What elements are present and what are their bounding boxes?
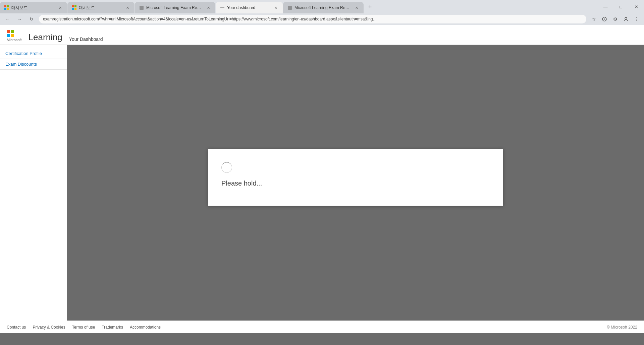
svg-rect-5 [74,5,76,7]
loading-panel: Please hold... [208,149,503,206]
site-footer: Contact us Privacy & Cookies Terms of us… [0,321,644,333]
maximize-button[interactable]: □ [613,0,629,13]
tab-3[interactable]: Microsoft Learning Exam Regist… ✕ [135,2,215,13]
tab-3-label: Microsoft Learning Exam Regist… [146,5,203,10]
site-brand: Learning [29,32,62,43]
tab-1[interactable]: 대시보드 ✕ [0,2,67,13]
footer-contact-us[interactable]: Contact us [7,325,26,330]
minimize-button[interactable]: — [598,0,613,13]
tab-5[interactable]: Microsoft Learning Exam Regist… ✕ [283,2,364,13]
loading-text: Please hold... [221,180,490,187]
tab-2-close[interactable]: ✕ [124,5,130,11]
tab-5-close[interactable]: ✕ [354,5,360,11]
tab-1-favicon [4,5,9,10]
tab-4-close[interactable]: ✕ [273,5,279,11]
menu-button[interactable]: ⋮ [632,14,641,24]
svg-rect-1 [7,5,9,7]
url-text: examregistration.microsoft.com/?whr=uri:… [43,17,377,21]
tab-5-label: Microsoft Learning Exam Regist… [294,5,352,10]
footer-copyright: © Microsoft 2022 [607,325,637,330]
ms-logo: Microsoft [7,30,22,42]
ms-logo-blue [7,34,10,37]
browser-actions: ☆ A ⚙ ⋮ [589,14,641,24]
footer-trademarks[interactable]: Trademarks [102,325,123,330]
forward-button[interactable]: → [15,14,24,24]
footer-accommodations[interactable]: Accommodations [130,325,161,330]
close-button[interactable]: ✕ [629,0,644,13]
tab-4-favicon [220,5,225,10]
svg-rect-6 [72,8,74,10]
svg-point-13 [625,17,627,19]
loading-spinner [221,162,232,173]
refresh-button[interactable]: ↻ [27,14,36,24]
ms-logo-green [11,30,14,33]
tab-4[interactable]: Your dashboard ✕ [216,2,283,13]
window-controls: — □ ✕ [598,0,644,13]
svg-rect-4 [72,5,74,7]
svg-rect-3 [7,8,9,10]
extensions-button[interactable]: ⚙ [610,14,620,24]
svg-rect-7 [74,8,76,10]
svg-rect-0 [4,5,6,7]
sidebar-item-certification-profile[interactable]: Certification Profile [0,48,67,59]
sidebar: Certification Profile Exam Discounts [0,45,67,321]
tab-1-close[interactable]: ✕ [57,5,63,11]
site-header: Microsoft Learning Your Dashboard [0,25,644,45]
svg-rect-10 [288,6,292,10]
page-content: Microsoft Learning Your Dashboard Certif… [0,25,644,333]
sidebar-item-exam-discounts[interactable]: Exam Discounts [0,59,67,70]
svg-text:A: A [603,18,605,21]
ms-logo-text: Microsoft [7,38,22,42]
extension-button-1[interactable]: A [600,14,609,24]
tab-3-favicon [139,5,144,10]
ms-logo-red [7,30,10,33]
new-tab-button[interactable]: + [365,2,375,12]
url-bar[interactable]: examregistration.microsoft.com/?whr=uri:… [39,15,586,23]
tab-1-label: 대시보드 [11,5,55,11]
ms-logo-grid [7,30,22,37]
tab-2-favicon [71,5,77,10]
ms-logo-yellow [11,34,14,37]
tab-4-label: Your dashboard [227,5,271,10]
browser-chrome: 대시보드 ✕ 대시보드 ✕ Microsoft Learning Exam Re… [0,0,644,25]
tab-bar: 대시보드 ✕ 대시보드 ✕ Microsoft Learning Exam Re… [0,0,644,13]
svg-rect-8 [140,6,144,10]
svg-rect-2 [4,8,6,10]
back-button[interactable]: ← [3,14,12,24]
profile-button[interactable] [621,14,631,24]
address-bar: ← → ↻ examregistration.microsoft.com/?wh… [0,13,644,25]
header-nav-dashboard[interactable]: Your Dashboard [69,37,103,43]
tab-3-close[interactable]: ✕ [205,5,211,11]
header-nav: Your Dashboard [69,37,103,45]
tab-2[interactable]: 대시보드 ✕ [67,2,135,13]
main-layout: Certification Profile Exam Discounts Ple… [0,45,644,321]
tab-5-favicon [287,5,292,10]
tab-2-label: 대시보드 [79,5,122,11]
main-area: Please hold... [67,45,644,321]
bookmark-button[interactable]: ☆ [589,14,598,24]
footer-terms[interactable]: Terms of use [72,325,95,330]
footer-privacy[interactable]: Privacy & Cookies [33,325,65,330]
page-wrapper: Microsoft Learning Your Dashboard Certif… [0,25,644,333]
